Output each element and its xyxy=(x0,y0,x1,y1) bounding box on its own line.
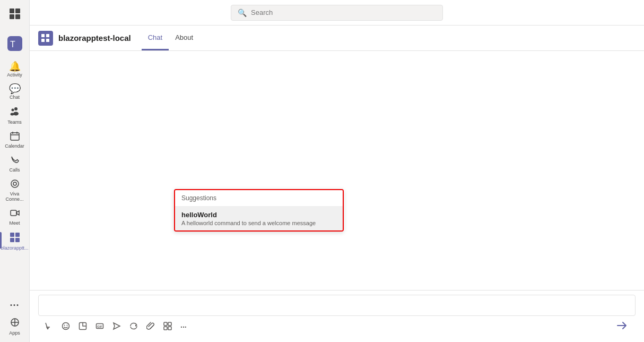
sidebar-item-viva[interactable]: Viva Conne... xyxy=(0,175,29,204)
sidebar-item-blazorapp[interactable]: blazorapptt... xyxy=(0,228,29,253)
message-input-box[interactable] xyxy=(38,295,636,316)
sidebar: T 🔔 Activity 💬 Chat Teams xyxy=(0,0,30,342)
tab-bar: Chat About xyxy=(142,25,199,50)
more-options-icon[interactable]: ··· xyxy=(178,321,189,334)
more-icon: ··· xyxy=(10,300,19,311)
sidebar-item-meet[interactable]: Meet xyxy=(0,204,29,228)
calls-icon xyxy=(10,155,20,166)
svg-point-25 xyxy=(64,324,65,326)
sidebar-item-waffle[interactable] xyxy=(0,4,29,30)
active-indicator xyxy=(0,232,2,249)
svg-marker-30 xyxy=(114,323,120,329)
sticker-icon[interactable] xyxy=(76,320,89,335)
svg-text:GIF: GIF xyxy=(97,325,102,328)
sidebar-item-teams[interactable]: Teams xyxy=(0,102,29,127)
svg-point-2 xyxy=(14,107,18,110)
activity-icon: 🔔 xyxy=(9,62,21,71)
toolbar-bottom: GIF xyxy=(38,316,636,338)
svg-point-24 xyxy=(63,322,69,329)
svg-rect-34 xyxy=(164,327,167,330)
bottom-area: GIF xyxy=(30,290,644,342)
sidebar-item-calls-label: Calls xyxy=(9,167,20,173)
format-icon[interactable] xyxy=(42,320,55,335)
sidebar-item-apps-label: Apps xyxy=(9,330,20,336)
svg-point-11 xyxy=(13,182,16,185)
sidebar-item-activity[interactable]: 🔔 Activity xyxy=(0,57,29,80)
emoji-icon[interactable] xyxy=(59,320,72,335)
apps-icon xyxy=(10,318,20,329)
blazorapp-icon xyxy=(10,232,20,244)
svg-rect-32 xyxy=(164,322,167,326)
svg-point-10 xyxy=(11,180,19,187)
calendar-icon xyxy=(10,131,20,142)
waffle-icon xyxy=(10,8,20,19)
chat-icon: 💬 xyxy=(9,84,21,93)
loop-icon[interactable] xyxy=(127,320,140,335)
sidebar-item-calendar[interactable]: Calendar xyxy=(0,127,29,151)
tab-chat[interactable]: Chat xyxy=(142,25,169,50)
svg-point-3 xyxy=(11,109,14,112)
svg-rect-35 xyxy=(168,327,171,330)
sidebar-item-more[interactable]: ··· xyxy=(0,296,29,313)
sidebar-item-calls[interactable]: Calls xyxy=(0,151,29,175)
svg-rect-21 xyxy=(46,34,49,37)
app-title: blazorapptest-local xyxy=(58,33,131,42)
suggestions-popup: Suggestions helloWorld A helloworld comm… xyxy=(174,189,344,232)
suggestions-header: Suggestions xyxy=(175,190,343,207)
sidebar-item-activity-label: Activity xyxy=(7,72,22,78)
svg-rect-16 xyxy=(15,238,20,242)
svg-point-4 xyxy=(13,112,19,116)
sidebar-item-blazorapp-label: blazorapptt... xyxy=(1,245,28,251)
svg-rect-15 xyxy=(10,238,14,242)
app-logo-icon xyxy=(41,34,50,42)
sidebar-item-teams-logo[interactable]: T xyxy=(0,32,29,53)
tab-about[interactable]: About xyxy=(169,25,199,50)
svg-rect-23 xyxy=(46,39,49,42)
app-icon-box xyxy=(38,31,53,46)
svg-rect-13 xyxy=(10,233,14,237)
teams-icon xyxy=(10,106,20,118)
svg-point-5 xyxy=(10,113,14,116)
teams-logo-icon: T xyxy=(7,36,22,51)
app-header: blazorapptest-local Chat About xyxy=(30,25,644,51)
content-area: Suggestions helloWorld A helloworld comm… xyxy=(30,51,644,290)
share-icon[interactable] xyxy=(161,320,174,335)
main-content: 🔍 blazorapptest-local Chat About xyxy=(30,0,644,342)
suggestion-title: helloWorld xyxy=(181,211,336,219)
sidebar-item-chat[interactable]: 💬 Chat xyxy=(0,80,29,102)
svg-rect-12 xyxy=(11,210,16,216)
viva-icon xyxy=(10,179,20,190)
sidebar-item-meet-label: Meet xyxy=(9,220,20,226)
search-input[interactable] xyxy=(251,8,436,16)
svg-rect-22 xyxy=(41,39,45,42)
svg-text:T: T xyxy=(10,40,15,49)
sidebar-item-teams-label: Teams xyxy=(7,119,22,125)
attach-icon[interactable] xyxy=(144,320,157,335)
sidebar-item-viva-label: Viva Conne... xyxy=(2,191,27,202)
svg-rect-33 xyxy=(168,322,171,326)
search-icon: 🔍 xyxy=(238,8,247,17)
send-action-icon[interactable] xyxy=(110,320,123,335)
sidebar-item-calendar-label: Calendar xyxy=(5,143,24,149)
search-box[interactable]: 🔍 xyxy=(231,5,443,21)
meet-icon xyxy=(10,208,20,219)
gif-icon[interactable]: GIF xyxy=(93,320,106,335)
svg-point-26 xyxy=(67,324,68,326)
topbar: 🔍 xyxy=(30,0,644,25)
svg-rect-6 xyxy=(11,133,19,140)
sidebar-item-apps[interactable]: Apps xyxy=(0,313,29,338)
sidebar-item-chat-label: Chat xyxy=(10,95,20,100)
send-button[interactable] xyxy=(612,318,631,336)
suggestion-item-helloworld[interactable]: helloWorld A helloworld command to send … xyxy=(175,207,343,230)
svg-rect-20 xyxy=(41,34,45,37)
svg-rect-14 xyxy=(15,233,20,237)
suggestion-description: A helloworld command to send a welcome m… xyxy=(181,220,336,226)
